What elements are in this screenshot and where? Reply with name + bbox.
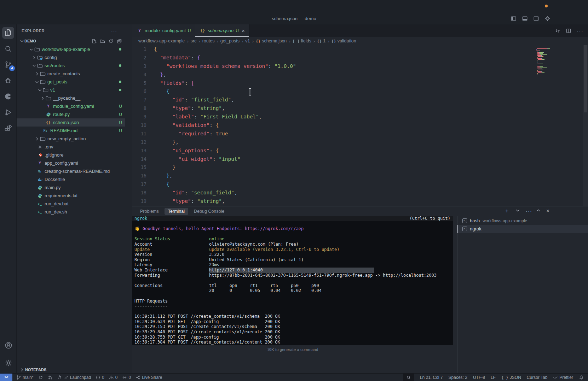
tree-item-schema-json[interactable]: {}schema.jsonU — [17, 118, 125, 127]
status-search[interactable] — [403, 374, 414, 381]
status-pull-request[interactable] — [48, 374, 53, 381]
section-notepads[interactable]: NOTEPADS — [17, 366, 132, 373]
code-line[interactable]: 8 "type": "string", — [132, 104, 588, 113]
tree-item-gitignore[interactable]: .gitignore — [17, 151, 125, 159]
code-line[interactable]: 12 }, — [132, 138, 588, 147]
breadcrumb-item-validation[interactable]: {}validation — [332, 39, 356, 43]
status-spaces-2[interactable]: Spaces: 2 — [449, 374, 467, 381]
activity-search[interactable] — [2, 43, 14, 55]
status-launchpad[interactable]: Launchpad — [57, 374, 91, 381]
breadcrumb-item-get-posts[interactable]: get_posts — [220, 39, 240, 43]
tree-item-readme-md[interactable]: M↓README.mdU — [17, 127, 125, 135]
section-demo[interactable]: DEMO — [17, 37, 132, 45]
refresh-icon[interactable] — [108, 39, 114, 44]
activity-account[interactable] — [2, 339, 15, 351]
code-line[interactable]: 2 "metadata": { — [132, 54, 588, 62]
terminal-entry-bash[interactable]: >_bashworkflows-app-example — [457, 217, 588, 225]
code-line[interactable]: 16 }, — [132, 172, 588, 180]
status-main[interactable]: main* — [16, 374, 34, 381]
layout-sidebar-left-icon[interactable] — [511, 16, 517, 22]
layout-panel-icon[interactable] — [522, 16, 528, 22]
code-line[interactable]: 17 { — [132, 180, 588, 189]
tree-item-run-dev-bat[interactable]: >_run_dev.bat — [17, 200, 125, 208]
activity-circle-extension[interactable] — [2, 90, 14, 102]
tab-module-config-yaml[interactable]: Ymodule_config.yamlU — [132, 24, 195, 37]
more-actions-icon[interactable]: ··· — [111, 28, 117, 34]
breadcrumb-item-fields[interactable]: [ ]fields — [293, 39, 311, 43]
code-line[interactable]: 3 "workflows_module_schema_version": "1.… — [132, 62, 588, 71]
breadcrumb-item-1[interactable]: {}1 — [317, 39, 325, 43]
status-prettier[interactable]: Prettier — [553, 374, 573, 381]
activity-extensions[interactable] — [2, 122, 14, 134]
tree-item-workflows-app-example[interactable]: workflows-app-example — [17, 45, 125, 53]
status-0[interactable]: 0 — [96, 374, 104, 381]
code-line[interactable]: 6 { — [132, 87, 588, 96]
status-lf[interactable]: LF — [491, 374, 496, 381]
panel-tab-terminal[interactable]: Terminal — [165, 208, 188, 215]
status-0[interactable]: 0 — [122, 374, 131, 381]
plus-icon[interactable]: + — [505, 208, 510, 212]
status-0[interactable]: 0 — [109, 374, 118, 381]
code-line[interactable]: 5 "fields": [ — [132, 79, 588, 88]
tree-item-creating-schemas-readme-md[interactable]: M↓creating-schemas-README.md — [17, 167, 125, 175]
code-line[interactable]: 10 "validation": { — [132, 121, 588, 130]
tree-item-v1[interactable]: v1 — [17, 86, 125, 94]
tree-item-dockerfile[interactable]: Dockerfile — [17, 175, 125, 183]
more-icon[interactable]: ··· — [526, 208, 530, 212]
chevron-down-icon[interactable] — [515, 208, 520, 212]
editor-scrollbar[interactable] — [583, 45, 588, 206]
breadcrumb-item-v1[interactable]: v1 — [245, 39, 250, 43]
tree-item-run-dev-sh[interactable]: >_run_dev.sh — [17, 208, 125, 216]
tree-item-app-config-yaml[interactable]: Yapp_config.yaml — [17, 159, 125, 167]
activity-run-debug[interactable] — [2, 106, 14, 118]
breadcrumb-item-routes[interactable]: routes — [202, 39, 215, 43]
code-line[interactable]: 19 "type": "string", — [132, 197, 588, 206]
status-sync[interactable] — [38, 374, 43, 381]
activity-explorer[interactable] — [2, 27, 14, 39]
new-file-icon[interactable] — [91, 39, 97, 44]
status-utf-8[interactable]: UTF-8 — [473, 374, 485, 381]
close-icon[interactable]: × — [546, 208, 551, 212]
layout-sidebar-right-icon[interactable] — [533, 16, 539, 22]
code-line[interactable]: 7 "id": "first_field", — [132, 96, 588, 104]
code-line[interactable]: 18 "id": "second_field", — [132, 189, 588, 197]
activity-settings[interactable] — [2, 357, 15, 369]
tree-item-create-contacts[interactable]: create_contacts — [17, 70, 125, 78]
code-line[interactable]: 4 }, — [132, 71, 588, 79]
tree-item-get-posts[interactable]: get_posts — [17, 78, 125, 86]
status-cursor-tab[interactable]: Cursor Tab — [527, 374, 547, 381]
new-folder-icon[interactable] — [100, 39, 105, 44]
code-line[interactable]: 14 "ui_widget": "input" — [132, 155, 588, 164]
status-bell[interactable] — [579, 374, 584, 381]
code-line[interactable]: 1{ — [132, 45, 588, 54]
tree-item-config[interactable]: config — [17, 53, 125, 61]
terminal-output[interactable]: ngrok(Ctrl+C to quit)👋Goodbye tunnels, h… — [132, 216, 453, 345]
collapse-all-icon[interactable] — [117, 39, 122, 44]
tree-item-module-config-yaml[interactable]: Ymodule_config.yamlU — [17, 102, 125, 110]
split-editor-icon[interactable] — [566, 28, 571, 34]
breadcrumb-item-src[interactable]: src — [191, 39, 197, 43]
code-editor[interactable]: 1{2 "metadata": {3 "workflows_module_sch… — [132, 45, 588, 206]
settings-icon[interactable] — [544, 16, 550, 22]
activity-bug[interactable] — [2, 75, 14, 87]
close-icon[interactable]: × — [242, 28, 245, 34]
code-line[interactable]: 9 "label": "First Field Label", — [132, 113, 588, 121]
panel-tab-problems[interactable]: Problems — [137, 208, 162, 215]
tree-item-requirements-txt[interactable]: requirements.txt — [17, 192, 125, 200]
terminal-entry-ngrok[interactable]: >_ngrok — [457, 225, 588, 233]
breadcrumb-item-workflows-app-example[interactable]: workflows-app-example — [138, 39, 185, 43]
remote-indicator[interactable]: >< — [0, 374, 12, 381]
tree-item-env[interactable]: .env — [17, 143, 125, 151]
tree-item-src-routes[interactable]: src/routes — [17, 61, 125, 70]
status-ln-21-col-7[interactable]: Ln 21, Col 7 — [420, 374, 443, 381]
panel-tab-debug-console[interactable]: Debug Console — [190, 208, 228, 215]
code-line[interactable]: 15 } — [132, 163, 588, 172]
tree-item-new-empty-action[interactable]: new_empty_action — [17, 135, 125, 143]
more-icon[interactable]: ··· — [577, 28, 582, 34]
breadcrumb-item-schema-json[interactable]: {}schema.json — [256, 39, 287, 43]
code-line[interactable]: 13 "ui_options": { — [132, 147, 588, 155]
tree-item-pycache[interactable]: __pycache__ — [17, 94, 125, 102]
status-live-share[interactable]: Live Share — [136, 374, 162, 381]
activity-source-control[interactable]: 4 — [2, 59, 14, 71]
tree-item-route-py[interactable]: route.pyU — [17, 110, 125, 118]
